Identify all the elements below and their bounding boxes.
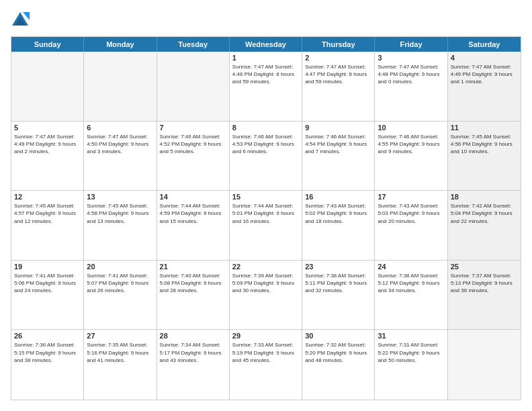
calendar-cell-5-2: 27Sunrise: 7:35 AM Sunset: 5:16 PM Dayli… bbox=[84, 330, 157, 400]
calendar-cell-4-4: 22Sunrise: 7:39 AM Sunset: 5:09 PM Dayli… bbox=[230, 261, 302, 330]
calendar-cell-4-6: 24Sunrise: 7:38 AM Sunset: 5:12 PM Dayli… bbox=[375, 261, 447, 330]
calendar: Sunday Monday Tuesday Wednesday Thursday… bbox=[11, 36, 521, 400]
day-number: 27 bbox=[87, 332, 153, 340]
day-info: Sunrise: 7:45 AM Sunset: 4:56 PM Dayligh… bbox=[451, 133, 518, 156]
day-info: Sunrise: 7:44 AM Sunset: 5:01 PM Dayligh… bbox=[232, 202, 299, 225]
calendar-cell-1-1 bbox=[11, 52, 84, 121]
calendar-cell-4-1: 19Sunrise: 7:41 AM Sunset: 5:06 PM Dayli… bbox=[11, 261, 84, 330]
calendar-cell-1-3 bbox=[157, 52, 230, 121]
day-number: 16 bbox=[305, 193, 371, 201]
calendar-week-3: 12Sunrise: 7:45 AM Sunset: 4:57 PM Dayli… bbox=[11, 191, 521, 261]
calendar-cell-5-3: 28Sunrise: 7:34 AM Sunset: 5:17 PM Dayli… bbox=[157, 330, 230, 400]
header-tuesday: Tuesday bbox=[157, 37, 230, 52]
logo bbox=[11, 11, 32, 30]
calendar-body: 1Sunrise: 7:47 AM Sunset: 4:46 PM Daylig… bbox=[11, 52, 521, 400]
day-number: 31 bbox=[378, 332, 444, 340]
day-number: 8 bbox=[232, 124, 299, 132]
logo-icon bbox=[11, 11, 30, 30]
day-number: 9 bbox=[305, 124, 371, 132]
day-info: Sunrise: 7:47 AM Sunset: 4:46 PM Dayligh… bbox=[232, 63, 299, 86]
day-info: Sunrise: 7:47 AM Sunset: 4:49 PM Dayligh… bbox=[14, 133, 81, 156]
day-info: Sunrise: 7:45 AM Sunset: 4:58 PM Dayligh… bbox=[87, 202, 153, 225]
day-info: Sunrise: 7:46 AM Sunset: 4:52 PM Dayligh… bbox=[160, 133, 226, 156]
day-number: 4 bbox=[451, 54, 518, 62]
day-number: 26 bbox=[14, 332, 81, 340]
day-number: 25 bbox=[451, 263, 518, 271]
day-number: 24 bbox=[378, 263, 444, 271]
day-number: 12 bbox=[14, 193, 81, 201]
day-info: Sunrise: 7:46 AM Sunset: 4:54 PM Dayligh… bbox=[305, 133, 371, 156]
calendar-cell-2-3: 7Sunrise: 7:46 AM Sunset: 4:52 PM Daylig… bbox=[157, 122, 230, 191]
calendar-week-2: 5Sunrise: 7:47 AM Sunset: 4:49 PM Daylig… bbox=[11, 122, 521, 191]
calendar-header: Sunday Monday Tuesday Wednesday Thursday… bbox=[11, 37, 521, 52]
calendar-cell-5-4: 29Sunrise: 7:33 AM Sunset: 5:19 PM Dayli… bbox=[230, 330, 302, 400]
day-info: Sunrise: 7:32 AM Sunset: 5:20 PM Dayligh… bbox=[305, 341, 371, 364]
day-info: Sunrise: 7:35 AM Sunset: 5:16 PM Dayligh… bbox=[87, 341, 153, 364]
calendar-cell-3-1: 12Sunrise: 7:45 AM Sunset: 4:57 PM Dayli… bbox=[11, 191, 84, 260]
header-sunday: Sunday bbox=[11, 37, 84, 52]
calendar-cell-3-6: 17Sunrise: 7:43 AM Sunset: 5:03 PM Dayli… bbox=[375, 191, 447, 260]
calendar-cell-3-2: 13Sunrise: 7:45 AM Sunset: 4:58 PM Dayli… bbox=[84, 191, 157, 260]
header-thursday: Thursday bbox=[302, 37, 375, 52]
calendar-week-1: 1Sunrise: 7:47 AM Sunset: 4:46 PM Daylig… bbox=[11, 52, 521, 122]
calendar-cell-4-7: 25Sunrise: 7:37 AM Sunset: 5:13 PM Dayli… bbox=[448, 261, 521, 330]
calendar-cell-2-5: 9Sunrise: 7:46 AM Sunset: 4:54 PM Daylig… bbox=[302, 122, 375, 191]
day-info: Sunrise: 7:47 AM Sunset: 4:49 PM Dayligh… bbox=[451, 63, 518, 86]
day-info: Sunrise: 7:46 AM Sunset: 4:55 PM Dayligh… bbox=[378, 133, 444, 156]
calendar-cell-5-1: 26Sunrise: 7:36 AM Sunset: 5:15 PM Dayli… bbox=[11, 330, 84, 400]
day-number: 1 bbox=[232, 54, 299, 62]
header-saturday: Saturday bbox=[448, 37, 521, 52]
day-info: Sunrise: 7:43 AM Sunset: 5:03 PM Dayligh… bbox=[378, 202, 444, 225]
day-info: Sunrise: 7:38 AM Sunset: 5:12 PM Dayligh… bbox=[378, 272, 444, 295]
day-number: 5 bbox=[14, 124, 81, 132]
day-info: Sunrise: 7:47 AM Sunset: 4:50 PM Dayligh… bbox=[87, 133, 153, 156]
calendar-cell-5-7 bbox=[448, 330, 521, 400]
day-info: Sunrise: 7:42 AM Sunset: 5:04 PM Dayligh… bbox=[451, 202, 518, 225]
calendar-cell-1-6: 3Sunrise: 7:47 AM Sunset: 4:48 PM Daylig… bbox=[375, 52, 447, 121]
day-info: Sunrise: 7:37 AM Sunset: 5:13 PM Dayligh… bbox=[451, 272, 518, 295]
day-info: Sunrise: 7:40 AM Sunset: 5:08 PM Dayligh… bbox=[160, 272, 226, 295]
calendar-cell-3-7: 18Sunrise: 7:42 AM Sunset: 5:04 PM Dayli… bbox=[448, 191, 521, 260]
calendar-cell-3-4: 15Sunrise: 7:44 AM Sunset: 5:01 PM Dayli… bbox=[230, 191, 302, 260]
day-number: 11 bbox=[451, 124, 518, 132]
calendar-cell-4-5: 23Sunrise: 7:38 AM Sunset: 5:11 PM Dayli… bbox=[302, 261, 375, 330]
day-number: 23 bbox=[305, 263, 371, 271]
day-number: 20 bbox=[87, 263, 153, 271]
calendar-cell-2-7: 11Sunrise: 7:45 AM Sunset: 4:56 PM Dayli… bbox=[448, 122, 521, 191]
day-number: 29 bbox=[232, 332, 299, 340]
day-number: 18 bbox=[451, 193, 518, 201]
calendar-cell-2-2: 6Sunrise: 7:47 AM Sunset: 4:50 PM Daylig… bbox=[84, 122, 157, 191]
calendar-cell-1-2 bbox=[84, 52, 157, 121]
day-info: Sunrise: 7:44 AM Sunset: 4:59 PM Dayligh… bbox=[160, 202, 226, 225]
calendar-week-4: 19Sunrise: 7:41 AM Sunset: 5:06 PM Dayli… bbox=[11, 261, 521, 330]
calendar-cell-3-3: 14Sunrise: 7:44 AM Sunset: 4:59 PM Dayli… bbox=[157, 191, 230, 260]
calendar-cell-1-4: 1Sunrise: 7:47 AM Sunset: 4:46 PM Daylig… bbox=[230, 52, 302, 121]
day-number: 3 bbox=[378, 54, 444, 62]
page: Sunday Monday Tuesday Wednesday Thursday… bbox=[0, 0, 532, 411]
calendar-cell-1-5: 2Sunrise: 7:47 AM Sunset: 4:47 PM Daylig… bbox=[302, 52, 375, 121]
day-info: Sunrise: 7:47 AM Sunset: 4:47 PM Dayligh… bbox=[305, 63, 371, 86]
header bbox=[11, 11, 521, 30]
calendar-cell-2-1: 5Sunrise: 7:47 AM Sunset: 4:49 PM Daylig… bbox=[11, 122, 84, 191]
day-number: 13 bbox=[87, 193, 153, 201]
calendar-cell-4-2: 20Sunrise: 7:41 AM Sunset: 5:07 PM Dayli… bbox=[84, 261, 157, 330]
day-number: 22 bbox=[232, 263, 299, 271]
day-number: 14 bbox=[160, 193, 226, 201]
calendar-cell-4-3: 21Sunrise: 7:40 AM Sunset: 5:08 PM Dayli… bbox=[157, 261, 230, 330]
day-number: 7 bbox=[160, 124, 226, 132]
day-info: Sunrise: 7:39 AM Sunset: 5:09 PM Dayligh… bbox=[232, 272, 299, 295]
day-number: 10 bbox=[378, 124, 444, 132]
day-number: 19 bbox=[14, 263, 81, 271]
calendar-cell-1-7: 4Sunrise: 7:47 AM Sunset: 4:49 PM Daylig… bbox=[448, 52, 521, 121]
day-number: 28 bbox=[160, 332, 226, 340]
calendar-cell-3-5: 16Sunrise: 7:43 AM Sunset: 5:02 PM Dayli… bbox=[302, 191, 375, 260]
day-info: Sunrise: 7:33 AM Sunset: 5:19 PM Dayligh… bbox=[232, 341, 299, 364]
day-info: Sunrise: 7:46 AM Sunset: 4:53 PM Dayligh… bbox=[232, 133, 299, 156]
day-info: Sunrise: 7:38 AM Sunset: 5:11 PM Dayligh… bbox=[305, 272, 371, 295]
header-friday: Friday bbox=[375, 37, 447, 52]
day-info: Sunrise: 7:34 AM Sunset: 5:17 PM Dayligh… bbox=[160, 341, 226, 364]
calendar-cell-5-6: 31Sunrise: 7:31 AM Sunset: 5:22 PM Dayli… bbox=[375, 330, 447, 400]
day-info: Sunrise: 7:45 AM Sunset: 4:57 PM Dayligh… bbox=[14, 202, 81, 225]
header-wednesday: Wednesday bbox=[230, 37, 302, 52]
day-info: Sunrise: 7:41 AM Sunset: 5:07 PM Dayligh… bbox=[87, 272, 153, 295]
